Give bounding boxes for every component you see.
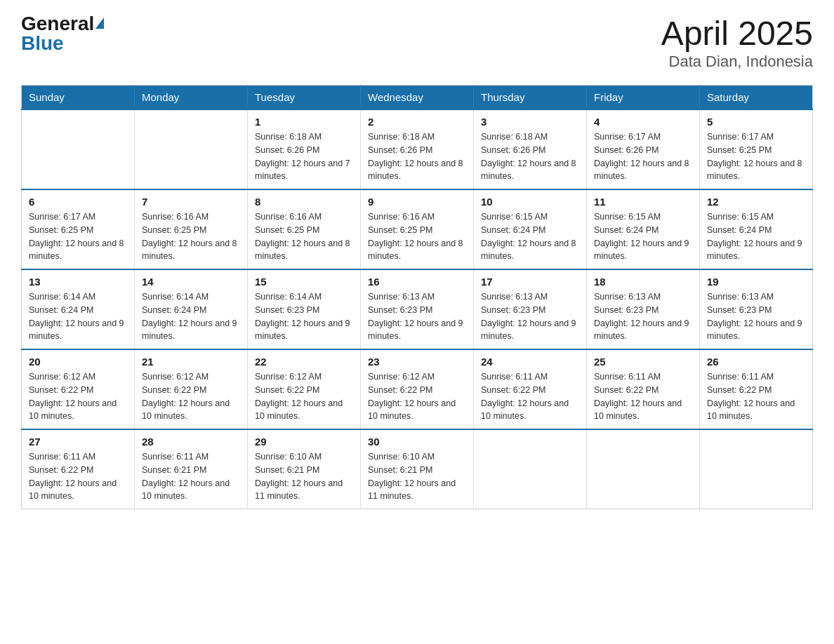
day-info: Sunrise: 6:12 AMSunset: 6:22 PMDaylight:… [255, 370, 353, 423]
day-info: Sunrise: 6:16 AMSunset: 6:25 PMDaylight:… [142, 210, 240, 263]
day-number: 26 [707, 356, 805, 368]
calendar-week-row: 20Sunrise: 6:12 AMSunset: 6:22 PMDayligh… [22, 349, 813, 429]
calendar-day-cell: 9Sunrise: 6:16 AMSunset: 6:25 PMDaylight… [361, 189, 474, 269]
day-number: 9 [368, 196, 466, 208]
day-number: 21 [142, 356, 240, 368]
day-info: Sunrise: 6:17 AMSunset: 6:25 PMDaylight:… [29, 210, 127, 263]
weekday-header-friday: Friday [587, 86, 700, 110]
calendar-day-cell: 7Sunrise: 6:16 AMSunset: 6:25 PMDaylight… [135, 189, 248, 269]
weekday-header-monday: Monday [135, 86, 248, 110]
empty-cell [700, 429, 813, 509]
day-number: 19 [707, 276, 805, 288]
weekday-header-tuesday: Tuesday [248, 86, 361, 110]
day-number: 23 [368, 356, 466, 368]
day-info: Sunrise: 6:17 AMSunset: 6:25 PMDaylight:… [707, 130, 805, 183]
calendar-day-cell: 29Sunrise: 6:10 AMSunset: 6:21 PMDayligh… [248, 429, 361, 509]
empty-cell [474, 429, 587, 509]
calendar-day-cell: 10Sunrise: 6:15 AMSunset: 6:24 PMDayligh… [474, 189, 587, 269]
day-info: Sunrise: 6:13 AMSunset: 6:23 PMDaylight:… [481, 290, 579, 343]
calendar-day-cell: 28Sunrise: 6:11 AMSunset: 6:21 PMDayligh… [135, 429, 248, 509]
day-number: 29 [255, 436, 353, 448]
day-info: Sunrise: 6:10 AMSunset: 6:21 PMDaylight:… [255, 450, 353, 503]
calendar-day-cell: 15Sunrise: 6:14 AMSunset: 6:23 PMDayligh… [248, 269, 361, 349]
weekday-header-thursday: Thursday [474, 86, 587, 110]
day-info: Sunrise: 6:12 AMSunset: 6:22 PMDaylight:… [29, 370, 127, 423]
day-number: 7 [142, 196, 240, 208]
calendar-week-row: 1Sunrise: 6:18 AMSunset: 6:26 PMDaylight… [22, 109, 813, 189]
calendar-week-row: 13Sunrise: 6:14 AMSunset: 6:24 PMDayligh… [22, 269, 813, 349]
weekday-header-wednesday: Wednesday [361, 86, 474, 110]
day-info: Sunrise: 6:14 AMSunset: 6:24 PMDaylight:… [142, 290, 240, 343]
calendar-day-cell: 6Sunrise: 6:17 AMSunset: 6:25 PMDaylight… [22, 189, 135, 269]
logo: General Blue [21, 14, 104, 53]
calendar-week-row: 6Sunrise: 6:17 AMSunset: 6:25 PMDaylight… [22, 189, 813, 269]
day-number: 25 [594, 356, 692, 368]
day-number: 1 [255, 116, 353, 128]
day-info: Sunrise: 6:15 AMSunset: 6:24 PMDaylight:… [481, 210, 579, 263]
calendar-day-cell: 25Sunrise: 6:11 AMSunset: 6:22 PMDayligh… [587, 349, 700, 429]
calendar-day-cell: 23Sunrise: 6:12 AMSunset: 6:22 PMDayligh… [361, 349, 474, 429]
day-number: 8 [255, 196, 353, 208]
calendar-day-cell: 11Sunrise: 6:15 AMSunset: 6:24 PMDayligh… [587, 189, 700, 269]
calendar-day-cell: 20Sunrise: 6:12 AMSunset: 6:22 PMDayligh… [22, 349, 135, 429]
calendar-day-cell: 14Sunrise: 6:14 AMSunset: 6:24 PMDayligh… [135, 269, 248, 349]
calendar-day-cell: 24Sunrise: 6:11 AMSunset: 6:22 PMDayligh… [474, 349, 587, 429]
calendar-day-cell: 2Sunrise: 6:18 AMSunset: 6:26 PMDaylight… [361, 109, 474, 189]
day-number: 27 [29, 436, 127, 448]
day-number: 2 [368, 116, 466, 128]
empty-cell [135, 109, 248, 189]
calendar-day-cell: 12Sunrise: 6:15 AMSunset: 6:24 PMDayligh… [700, 189, 813, 269]
day-info: Sunrise: 6:13 AMSunset: 6:23 PMDaylight:… [707, 290, 805, 343]
day-number: 20 [29, 356, 127, 368]
day-info: Sunrise: 6:11 AMSunset: 6:22 PMDaylight:… [707, 370, 805, 423]
day-number: 16 [368, 276, 466, 288]
day-number: 5 [707, 116, 805, 128]
calendar-day-cell: 3Sunrise: 6:18 AMSunset: 6:26 PMDaylight… [474, 109, 587, 189]
day-number: 6 [29, 196, 127, 208]
day-info: Sunrise: 6:15 AMSunset: 6:24 PMDaylight:… [707, 210, 805, 263]
logo-general-text: General [21, 14, 94, 34]
calendar-day-cell: 13Sunrise: 6:14 AMSunset: 6:24 PMDayligh… [22, 269, 135, 349]
day-info: Sunrise: 6:18 AMSunset: 6:26 PMDaylight:… [481, 130, 579, 183]
day-info: Sunrise: 6:15 AMSunset: 6:24 PMDaylight:… [594, 210, 692, 263]
calendar-day-cell: 8Sunrise: 6:16 AMSunset: 6:25 PMDaylight… [248, 189, 361, 269]
calendar-week-row: 27Sunrise: 6:11 AMSunset: 6:22 PMDayligh… [22, 429, 813, 509]
page-title: April 2025 [661, 14, 813, 53]
day-info: Sunrise: 6:11 AMSunset: 6:21 PMDaylight:… [142, 450, 240, 503]
empty-cell [587, 429, 700, 509]
day-info: Sunrise: 6:10 AMSunset: 6:21 PMDaylight:… [368, 450, 466, 503]
day-number: 15 [255, 276, 353, 288]
day-number: 17 [481, 276, 579, 288]
day-info: Sunrise: 6:12 AMSunset: 6:22 PMDaylight:… [368, 370, 466, 423]
calendar-day-cell: 22Sunrise: 6:12 AMSunset: 6:22 PMDayligh… [248, 349, 361, 429]
day-number: 10 [481, 196, 579, 208]
calendar-day-cell: 21Sunrise: 6:12 AMSunset: 6:22 PMDayligh… [135, 349, 248, 429]
calendar-day-cell: 1Sunrise: 6:18 AMSunset: 6:26 PMDaylight… [248, 109, 361, 189]
calendar-day-cell: 17Sunrise: 6:13 AMSunset: 6:23 PMDayligh… [474, 269, 587, 349]
day-number: 3 [481, 116, 579, 128]
logo-blue-text: Blue [21, 34, 64, 53]
day-info: Sunrise: 6:13 AMSunset: 6:23 PMDaylight:… [594, 290, 692, 343]
page-header: General Blue April 2025 Data Dian, Indon… [21, 14, 813, 71]
calendar-table: SundayMondayTuesdayWednesdayThursdayFrid… [21, 85, 813, 509]
day-number: 22 [255, 356, 353, 368]
calendar-day-cell: 4Sunrise: 6:17 AMSunset: 6:26 PMDaylight… [587, 109, 700, 189]
day-info: Sunrise: 6:13 AMSunset: 6:23 PMDaylight:… [368, 290, 466, 343]
empty-cell [22, 109, 135, 189]
day-info: Sunrise: 6:14 AMSunset: 6:24 PMDaylight:… [29, 290, 127, 343]
day-number: 4 [594, 116, 692, 128]
day-info: Sunrise: 6:18 AMSunset: 6:26 PMDaylight:… [255, 130, 353, 183]
day-number: 30 [368, 436, 466, 448]
day-number: 11 [594, 196, 692, 208]
logo-triangle-icon [95, 18, 104, 29]
day-number: 14 [142, 276, 240, 288]
day-number: 18 [594, 276, 692, 288]
day-info: Sunrise: 6:11 AMSunset: 6:22 PMDaylight:… [594, 370, 692, 423]
day-number: 12 [707, 196, 805, 208]
calendar-day-cell: 16Sunrise: 6:13 AMSunset: 6:23 PMDayligh… [361, 269, 474, 349]
day-info: Sunrise: 6:11 AMSunset: 6:22 PMDaylight:… [481, 370, 579, 423]
day-info: Sunrise: 6:16 AMSunset: 6:25 PMDaylight:… [368, 210, 466, 263]
calendar-header-row: SundayMondayTuesdayWednesdayThursdayFrid… [22, 86, 813, 110]
page-subtitle: Data Dian, Indonesia [661, 53, 813, 71]
weekday-header-saturday: Saturday [700, 86, 813, 110]
